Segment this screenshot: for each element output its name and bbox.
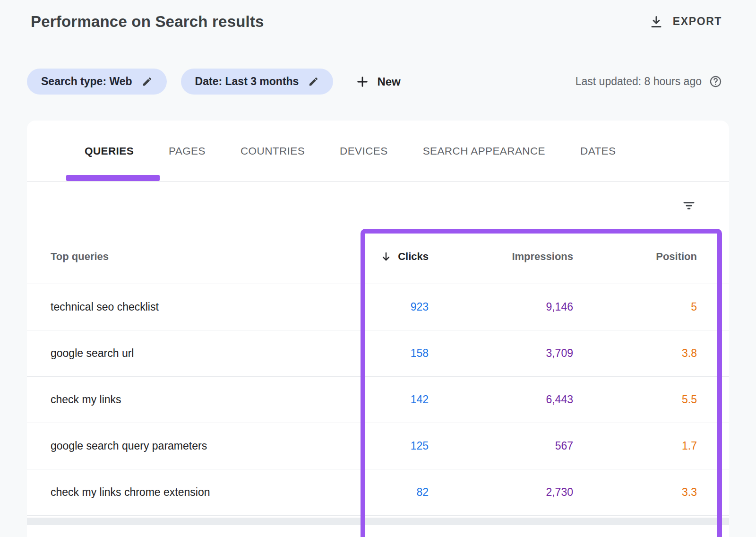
impressions-cell: 6,443 [429,393,573,406]
report-card: QUERIES PAGES COUNTRIES DEVICES SEARCH A… [27,121,729,537]
clicks-cell: 142 [277,393,429,406]
tab-pages[interactable]: PAGES [155,145,220,157]
tab-search-appearance[interactable]: SEARCH APPEARANCE [409,145,559,157]
new-filter-label: New [377,75,400,88]
position-header[interactable]: Position [573,251,697,263]
download-icon [649,15,663,29]
new-filter-button[interactable]: New [356,75,400,88]
search-type-chip-label: Search type: Web [41,75,132,88]
search-console-performance-page: Performance on Search results EXPORT Sea… [0,0,756,537]
clicks-cell: 125 [277,440,429,452]
position-cell: 5.5 [573,393,697,406]
clicks-header-label: Clicks [398,251,429,263]
table-row[interactable]: check my links 142 6,443 5.5 [27,377,729,423]
table-header-row: Top queries Clicks Impressions Position [27,229,729,284]
edit-icon [142,76,153,87]
impressions-cell: 9,146 [429,301,573,313]
search-type-chip[interactable]: Search type: Web [27,69,167,95]
query-cell: check my links chrome extension [51,486,277,499]
export-label: EXPORT [673,15,722,28]
impressions-header[interactable]: Impressions [429,251,573,263]
help-icon [709,75,722,88]
table-row[interactable]: technical seo checklist 923 9,146 5 [27,284,729,330]
clicks-header[interactable]: Clicks [277,251,429,263]
table-row[interactable]: check my links chrome extension 82 2,730… [27,469,729,516]
filter-bar: Search type: Web Date: Last 3 months New… [0,69,756,95]
clicks-cell: 158 [277,347,429,360]
position-cell: 5 [573,301,697,313]
tab-countries[interactable]: COUNTRIES [226,145,319,157]
header-divider [27,48,729,48]
plus-icon [356,75,369,88]
date-range-chip-label: Date: Last 3 months [195,75,299,88]
page-header: Performance on Search results EXPORT [0,0,756,48]
query-cell: google search url [51,347,277,360]
queries-tab-underline-annotation [66,175,160,181]
tab-devices[interactable]: DEVICES [326,145,402,157]
tab-queries[interactable]: QUERIES [70,145,148,157]
position-cell: 3.3 [573,486,697,499]
filter-rows-button[interactable] [682,199,696,213]
impressions-cell: 2,730 [429,486,573,499]
sort-desc-icon [380,251,392,263]
help-button[interactable] [709,75,722,88]
report-tabs: QUERIES PAGES COUNTRIES DEVICES SEARCH A… [27,121,729,182]
edit-icon [308,76,319,87]
impressions-cell: 3,709 [429,347,573,360]
export-button[interactable]: EXPORT [649,15,722,29]
query-cell: check my links [51,393,277,406]
table-toolbar [27,182,729,229]
query-cell: google search query parameters [51,440,277,452]
clicks-cell: 82 [277,486,429,499]
clicks-cell: 923 [277,301,429,313]
top-queries-header[interactable]: Top queries [51,251,277,263]
impressions-cell: 567 [429,440,573,452]
table-row[interactable]: google search query parameters 125 567 1… [27,423,729,469]
table-bottom-strip [27,518,729,525]
filter-icon [682,199,696,213]
table-row[interactable]: google search url 158 3,709 3.8 [27,330,729,377]
position-cell: 3.8 [573,347,697,360]
page-title: Performance on Search results [31,13,264,31]
date-range-chip[interactable]: Date: Last 3 months [181,69,334,95]
query-cell: technical seo checklist [51,301,277,313]
position-cell: 1.7 [573,440,697,452]
tab-dates[interactable]: DATES [566,145,630,157]
last-updated-text: Last updated: 8 hours ago [576,75,702,88]
last-updated-wrap: Last updated: 8 hours ago [576,75,722,88]
